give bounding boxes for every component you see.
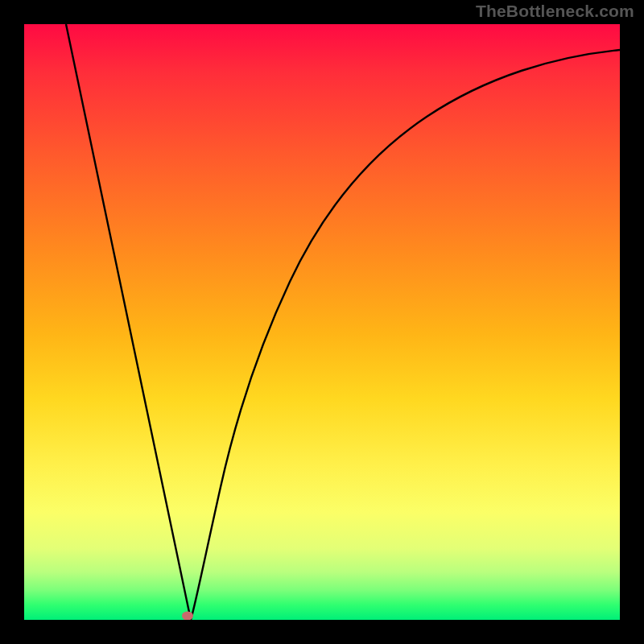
optimum-marker (182, 612, 193, 621)
chart-frame: TheBottleneck.com (0, 0, 644, 644)
curve-path (66, 24, 620, 620)
plot-area (24, 24, 620, 620)
bottleneck-curve (24, 24, 620, 620)
attribution-label: TheBottleneck.com (476, 2, 634, 21)
